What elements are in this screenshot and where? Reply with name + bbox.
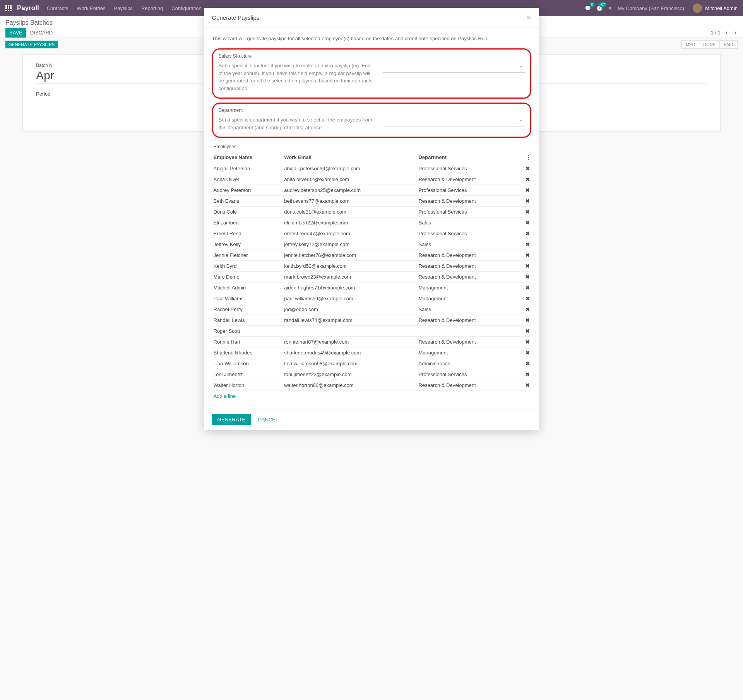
salary-structure-title: Salary Structure bbox=[219, 53, 525, 59]
department-select[interactable] bbox=[383, 116, 525, 127]
close-icon[interactable]: × bbox=[527, 13, 531, 22]
modal-body: This wizard will generate payslips for a… bbox=[204, 28, 539, 132]
department-section: Department Set a specific department if … bbox=[212, 103, 531, 132]
salary-structure-select[interactable] bbox=[383, 62, 525, 73]
modal-title: Generate Payslips bbox=[212, 14, 260, 21]
modal-intro: This wizard will generate payslips for a… bbox=[212, 36, 531, 41]
modal-backdrop: Generate Payslips × This wizard will gen… bbox=[0, 0, 743, 132]
salary-structure-section: Salary Structure Set a specific structur… bbox=[212, 48, 531, 99]
modal-header: Generate Payslips × bbox=[204, 8, 539, 28]
salary-structure-help: Set a specific structure if you wish to … bbox=[219, 62, 373, 92]
department-title: Department bbox=[219, 108, 525, 113]
department-help: Set a specific department if you wish to… bbox=[219, 116, 373, 131]
generate-payslips-modal: Generate Payslips × This wizard will gen… bbox=[204, 8, 539, 132]
